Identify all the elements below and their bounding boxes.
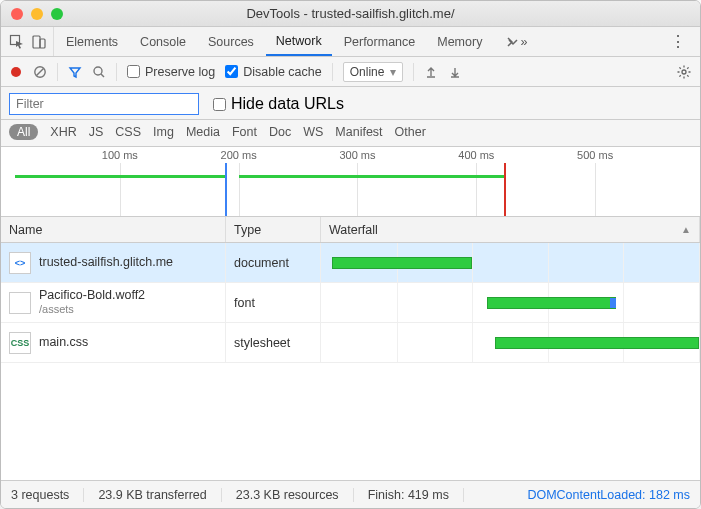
panel-tabs: Elements Console Sources Network Perform…	[1, 27, 700, 57]
status-requests: 3 requests	[11, 488, 84, 502]
svg-line-5	[37, 68, 44, 75]
tab-memory[interactable]: Memory	[427, 27, 492, 56]
svg-point-6	[94, 67, 102, 75]
status-transferred: 23.9 KB transferred	[98, 488, 221, 502]
css-icon: CSS	[9, 332, 31, 354]
status-finish: Finish: 419 ms	[368, 488, 464, 502]
request-type: font	[226, 283, 321, 322]
svg-rect-1	[33, 36, 40, 48]
download-har-icon[interactable]	[448, 65, 462, 79]
waterfall-bar	[495, 337, 699, 349]
col-name[interactable]: Name	[1, 217, 226, 242]
preserve-log-checkbox[interactable]: Preserve log	[127, 65, 215, 79]
table-header: Name Type Waterfall▲	[1, 217, 700, 243]
clear-icon[interactable]	[33, 65, 47, 79]
kebab-menu-icon[interactable]: ⋮	[662, 32, 694, 51]
more-tabs-icon[interactable]: »	[496, 27, 537, 56]
type-filter-img[interactable]: Img	[153, 125, 174, 139]
settings-gear-icon[interactable]	[676, 64, 692, 80]
device-toolbar-icon[interactable]	[31, 34, 47, 50]
disable-cache-checkbox[interactable]: Disable cache	[225, 65, 322, 79]
request-type: stylesheet	[226, 323, 321, 362]
tab-sources[interactable]: Sources	[198, 27, 264, 56]
window-title: DevTools - trusted-sailfish.glitch.me/	[1, 6, 700, 21]
type-filter-manifest[interactable]: Manifest	[335, 125, 382, 139]
upload-har-icon[interactable]	[424, 65, 438, 79]
inspect-element-icon[interactable]	[9, 34, 25, 50]
type-filter-doc[interactable]: Doc	[269, 125, 291, 139]
network-toolbar: Preserve log Disable cache Online▾	[1, 57, 700, 87]
waterfall-bar	[487, 297, 616, 309]
type-filter-other[interactable]: Other	[395, 125, 426, 139]
type-filter-media[interactable]: Media	[186, 125, 220, 139]
request-table: <>trusted-sailfish.glitch.medocumentPaci…	[1, 243, 700, 480]
request-type: document	[226, 243, 321, 282]
record-icon[interactable]	[9, 65, 23, 79]
type-filter-ws[interactable]: WS	[303, 125, 323, 139]
hide-data-urls-checkbox[interactable]: Hide data URLs	[213, 95, 344, 113]
type-filter-css[interactable]: CSS	[115, 125, 141, 139]
request-name: Pacifico-Bold.woff2	[39, 288, 145, 303]
filter-icon[interactable]	[68, 65, 82, 79]
status-resources: 23.3 KB resources	[236, 488, 354, 502]
type-filter-row: All XHR JS CSS Img Media Font Doc WS Man…	[1, 120, 700, 147]
document-icon: <>	[9, 252, 31, 274]
svg-point-3	[11, 67, 21, 77]
tab-performance[interactable]: Performance	[334, 27, 426, 56]
table-row[interactable]: <>trusted-sailfish.glitch.medocument	[1, 243, 700, 283]
svg-point-8	[682, 70, 686, 74]
request-name: trusted-sailfish.glitch.me	[39, 255, 173, 270]
search-icon[interactable]	[92, 65, 106, 79]
type-filter-all[interactable]: All	[9, 124, 38, 140]
tab-console[interactable]: Console	[130, 27, 196, 56]
tab-network[interactable]: Network	[266, 27, 332, 56]
timeline-overview[interactable]: 100 ms 200 ms 300 ms 400 ms 500 ms	[1, 147, 700, 217]
filter-input[interactable]	[9, 93, 199, 115]
file-icon	[9, 292, 31, 314]
col-type[interactable]: Type	[226, 217, 321, 242]
type-filter-xhr[interactable]: XHR	[50, 125, 76, 139]
sort-arrow-icon: ▲	[681, 224, 691, 235]
svg-line-7	[101, 74, 104, 77]
filter-row: Hide data URLs	[1, 87, 700, 120]
status-bar: 3 requests 23.9 KB transferred 23.3 KB r…	[1, 480, 700, 508]
col-waterfall[interactable]: Waterfall▲	[321, 217, 700, 242]
type-filter-font[interactable]: Font	[232, 125, 257, 139]
waterfall-bar	[332, 257, 472, 269]
table-row[interactable]: Pacifico-Bold.woff2/assetsfont	[1, 283, 700, 323]
request-path: /assets	[39, 303, 145, 316]
type-filter-js[interactable]: JS	[89, 125, 104, 139]
tab-elements[interactable]: Elements	[56, 27, 128, 56]
throttling-select[interactable]: Online▾	[343, 62, 404, 82]
svg-rect-2	[40, 39, 45, 48]
titlebar: DevTools - trusted-sailfish.glitch.me/	[1, 1, 700, 27]
status-dcl: DOMContentLoaded: 182 ms	[527, 488, 690, 502]
request-name: main.css	[39, 335, 88, 350]
table-row[interactable]: CSSmain.cssstylesheet	[1, 323, 700, 363]
